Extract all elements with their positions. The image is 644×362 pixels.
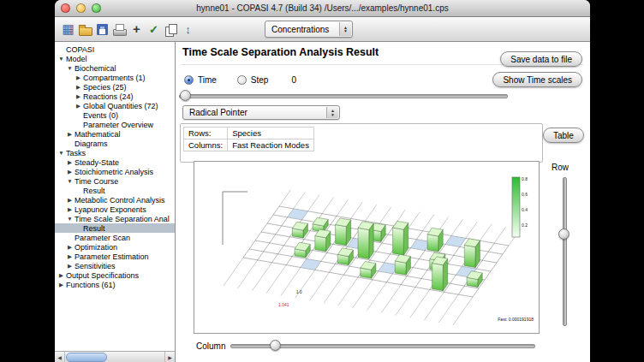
sidebar-item-species-25[interactable]: ▶Species (25) <box>55 82 175 92</box>
row-slider-thumb[interactable] <box>558 228 569 240</box>
sidebar-item-label: Optimization <box>74 243 117 252</box>
row-slider[interactable] <box>558 175 570 328</box>
apply-icon[interactable] <box>146 21 162 38</box>
plot-axes <box>223 192 247 245</box>
triangle-right-icon[interactable]: ▶ <box>75 84 82 91</box>
sidebar-item-label: COPASI <box>65 45 94 54</box>
save-icon[interactable] <box>94 21 110 38</box>
triangle-right-icon[interactable]: ▶ <box>66 206 74 213</box>
time-slider-thumb[interactable] <box>180 90 191 101</box>
triangle-down-icon[interactable]: ▼ <box>57 56 65 62</box>
triangle-right-icon[interactable]: ▶ <box>66 253 74 260</box>
add-icon[interactable] <box>128 21 145 38</box>
rows-label: Rows: <box>184 128 228 139</box>
sidebar-item-functions-61[interactable]: ▶Functions (61) <box>55 280 175 289</box>
sidebar-item-mathematical[interactable]: ▶Mathematical <box>55 129 175 139</box>
sidebar-item-biochemical[interactable]: ▼Biochemical <box>55 63 175 73</box>
triangle-right-icon[interactable]: ▶ <box>75 74 82 81</box>
triangle-down-icon[interactable]: ▼ <box>57 150 65 156</box>
zoom-button[interactable] <box>92 3 101 13</box>
triangle-down-icon[interactable]: ▼ <box>66 216 74 222</box>
scroll-right-icon[interactable]: ▶ <box>164 352 175 362</box>
sidebar-item-metabolic-control-analysis[interactable]: ▶Metabolic Control Analysis <box>55 195 175 205</box>
print-icon[interactable] <box>111 21 128 38</box>
scroll-thumb[interactable] <box>66 353 107 362</box>
sidebar-item-label: Parameter Estimation <box>74 252 149 261</box>
sidebar-item-label: Result <box>82 187 105 195</box>
triangle-right-icon[interactable]: ▶ <box>75 93 82 100</box>
column-slider-thumb[interactable] <box>270 340 281 351</box>
sidebar-scrollbar[interactable]: ◀ ▶ <box>55 351 175 362</box>
pointer-combo[interactable]: Radical Pointer ▲▼ <box>182 105 340 120</box>
sidebar-item-optimization[interactable]: ▶Optimization <box>55 242 175 252</box>
time-slider-track[interactable] <box>179 94 508 98</box>
pointer-combo-stepper-icon[interactable]: ▲▼ <box>326 107 338 118</box>
sidebar-item-time-course[interactable]: ▼Time Course <box>55 176 175 186</box>
sidebar-item-output-specifications[interactable]: ▶Output Specifications <box>55 270 175 280</box>
sidebar-item-label: Parameter Scan <box>74 234 130 242</box>
sidebar-item-parameter-estimation[interactable]: ▶Parameter Estimation <box>55 252 175 261</box>
sidebar-item-label: Events (0) <box>82 111 118 120</box>
sidebar-item-diagrams[interactable]: Diagrams <box>55 139 175 148</box>
row-slider-track[interactable] <box>563 177 567 326</box>
triangle-right-icon[interactable]: ▶ <box>57 272 65 279</box>
sidebar-item-events-0[interactable]: Events (0) <box>55 110 175 120</box>
triangle-right-icon[interactable]: ▶ <box>66 131 74 138</box>
combo-stepper-icon[interactable]: ▲▼ <box>339 22 351 36</box>
time-slider[interactable] <box>179 90 508 102</box>
triangle-down-icon[interactable]: ▼ <box>66 178 74 184</box>
sidebar-item-model[interactable]: ▼Model <box>55 54 175 63</box>
triangle-down-icon[interactable]: ▼ <box>66 65 74 71</box>
svg-text:0.8: 0.8 <box>522 176 528 181</box>
sidebar-item-parameter-overview[interactable]: Parameter Overview <box>55 120 175 129</box>
triangle-right-icon[interactable]: ▶ <box>66 197 74 204</box>
minimize-button[interactable] <box>76 3 86 13</box>
triangle-right-icon[interactable]: ▶ <box>66 263 74 270</box>
sidebar-item-sensitivities[interactable]: ▶Sensitivities <box>55 261 175 270</box>
sidebar-item-label: Mathematical <box>74 130 121 139</box>
concentrations-combo-value: Concentrations <box>271 25 329 34</box>
update-icon[interactable] <box>180 21 196 38</box>
sidebar-item-copasi[interactable]: COPASI <box>55 45 175 54</box>
triangle-right-icon[interactable]: ▶ <box>57 282 65 288</box>
sidebar-item-label: Biochemical <box>74 64 116 73</box>
copy-icon[interactable] <box>163 21 179 38</box>
sidebar-item-parameter-scan[interactable]: Parameter Scan <box>55 233 175 242</box>
sidebar-item-steady-state[interactable]: ▶Steady-State <box>55 157 175 167</box>
table-button[interactable]: Table <box>543 128 584 143</box>
plot-panel[interactable]: 0.80.60.40.2 1-0 1.041 Fast: 0.000191918 <box>194 161 540 334</box>
show-time-scales-button[interactable]: Show Time scales <box>492 72 582 87</box>
triangle-right-icon[interactable]: ▶ <box>66 169 74 175</box>
column-slider[interactable] <box>230 340 535 352</box>
sidebar-item-label: Stoichiometric Analysis <box>74 168 153 176</box>
concentrations-combo[interactable]: Concentrations ▲▼ <box>265 21 353 38</box>
sidebar-item-label: Compartments (1) <box>82 74 146 82</box>
sidebar-item-result[interactable]: Result <box>55 186 175 195</box>
sidebar-item-result[interactable]: Result <box>55 223 175 233</box>
step-value: 0 <box>291 75 296 85</box>
title-bar[interactable]: hynne01 - COPASI 4.7 (Build 34) /Users/.… <box>55 0 590 17</box>
sidebar-item-stoichiometric-analysis[interactable]: ▶Stoichiometric Analysis <box>55 167 175 176</box>
sidebar-item-time-scale-separation-anal[interactable]: ▼Time Scale Separation Anal <box>55 214 175 223</box>
matrix-info-table: Rows: Species Columns: Fast Reaction Mod… <box>183 127 314 151</box>
time-radio-label: Time <box>198 75 217 85</box>
grid-icon[interactable] <box>60 21 76 38</box>
step-radio[interactable] <box>237 75 247 85</box>
columns-value: Fast Reaction Modes <box>228 139 314 151</box>
plot-color-legend: 0.80.60.40.2 <box>512 176 528 237</box>
svg-text:0.6: 0.6 <box>522 192 528 197</box>
open-icon[interactable] <box>77 21 93 38</box>
triangle-right-icon[interactable]: ▶ <box>66 244 74 251</box>
sidebar-item-lyapunov-exponents[interactable]: ▶Lyapunov Exponents <box>55 205 175 214</box>
sidebar-item-global-quantities-72[interactable]: ▶Global Quantities (72) <box>55 101 175 110</box>
scroll-left-icon[interactable]: ◀ <box>55 352 65 362</box>
triangle-right-icon[interactable]: ▶ <box>75 103 82 110</box>
sidebar-item-compartments-1[interactable]: ▶Compartments (1) <box>55 73 175 82</box>
sidebar-item-tasks[interactable]: ▼Tasks <box>55 148 175 157</box>
close-button[interactable] <box>61 3 70 13</box>
sidebar-item-reactions-24[interactable]: ▶Reactions (24) <box>55 92 175 101</box>
save-data-button[interactable]: Save data to file <box>500 51 582 67</box>
sidebar-item-label: Output Specifications <box>65 271 139 280</box>
triangle-right-icon[interactable]: ▶ <box>66 159 74 166</box>
time-radio[interactable] <box>184 75 194 85</box>
